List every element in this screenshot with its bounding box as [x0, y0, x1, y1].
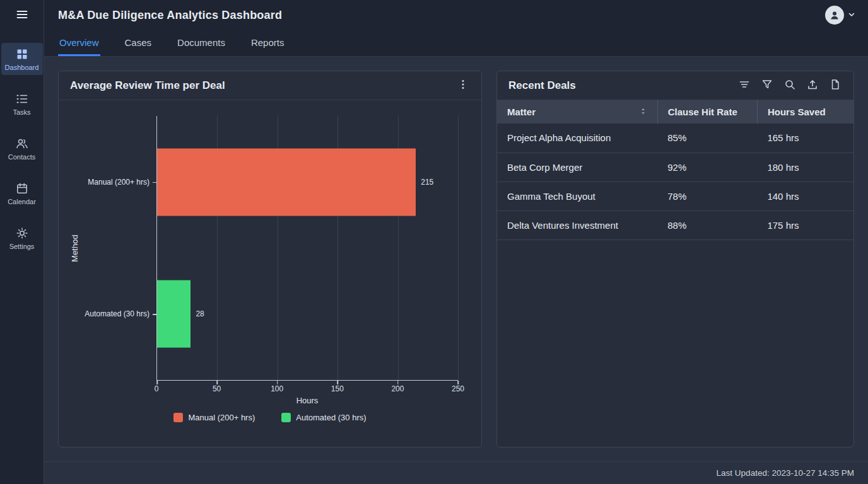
sidebar-item-contacts[interactable]: Contacts — [1, 132, 43, 164]
deals-card: Recent Deals Matter — [496, 71, 854, 447]
kebab-menu-icon — [457, 79, 469, 92]
deals-card-header: Recent Deals — [497, 71, 853, 100]
sidebar: DashboardTasksContactsCalendarSettings — [0, 0, 44, 484]
upload-button[interactable] — [806, 78, 819, 93]
contacts-icon — [16, 137, 28, 150]
export-file-icon — [830, 79, 841, 92]
chart-band: Manual (200+ hrs)215 — [157, 116, 458, 248]
bar-value-label: 28 — [196, 309, 204, 318]
table-cell: 85% — [657, 124, 757, 153]
hamburger-menu-button[interactable] — [0, 0, 44, 30]
table-row[interactable]: Beta Corp Merger92%180 hrs — [497, 153, 853, 182]
sidebar-item-settings[interactable]: Settings — [1, 222, 43, 254]
sidebar-nav: DashboardTasksContactsCalendarSettings — [0, 30, 44, 254]
sidebar-item-label: Calendar — [8, 198, 36, 205]
filter-lines-button[interactable] — [737, 78, 751, 93]
legend-swatch — [281, 413, 291, 422]
legend-swatch — [173, 413, 183, 422]
footer: Last Updated: 2023-10-27 14:35 PM — [44, 461, 868, 484]
column-header-matter[interactable]: Matter — [497, 100, 657, 124]
chart-x-axis-label: Hours — [156, 396, 458, 405]
deals-card-title: Recent Deals — [508, 79, 576, 92]
table-cell: 175 hrs — [757, 210, 853, 239]
funnel-button[interactable] — [760, 78, 774, 93]
category-label: Manual (200+ hrs) — [88, 178, 150, 187]
deals-table: Matter Clause Hit Rate Hours Saved Proje… — [497, 100, 853, 240]
table-cell: Project Alpha Acquisition — [497, 124, 657, 153]
tab-bar: OverviewCasesDocumentsReports — [44, 30, 868, 57]
tab-overview[interactable]: Overview — [58, 30, 100, 56]
chart-legend: Manual (200+ hrs)Automated (30 hrs) — [59, 413, 481, 422]
upload-icon — [807, 79, 818, 92]
chart-plot: Manual (200+ hrs)215Automated (30 hrs)28 — [156, 116, 458, 381]
category-label: Automated (30 hrs) — [85, 309, 150, 318]
tab-documents[interactable]: Documents — [176, 30, 226, 56]
x-tick-label: 100 — [271, 384, 283, 393]
chart-y-axis-label: Method — [70, 234, 79, 262]
column-header-clause-hit-rate: Clause Hit Rate — [657, 100, 757, 124]
table-cell: Gamma Tech Buyout — [497, 182, 657, 210]
x-tick-label: 250 — [452, 384, 464, 393]
chart-band: Automated (30 hrs)28 — [157, 248, 458, 381]
funnel-icon — [761, 79, 773, 92]
tab-reports[interactable]: Reports — [250, 30, 286, 56]
topbar: M&A Due Diligence Analytics Dashboard — [44, 0, 868, 30]
export-file-button[interactable] — [828, 78, 842, 93]
tab-cases[interactable]: Cases — [124, 30, 153, 56]
table-header-row: Matter Clause Hit Rate Hours Saved — [497, 100, 853, 124]
table-cell: 165 hrs — [757, 124, 853, 153]
sidebar-item-label: Tasks — [13, 108, 30, 116]
search-icon — [784, 79, 795, 92]
sidebar-item-label: Contacts — [8, 153, 35, 161]
settings-icon — [16, 227, 28, 239]
legend-item: Automated (30 hrs) — [281, 413, 366, 422]
x-tick-label: 50 — [213, 384, 221, 393]
table-cell: Beta Corp Merger — [497, 153, 657, 182]
user-avatar-icon — [825, 6, 844, 25]
calendar-icon — [16, 182, 28, 195]
gridline — [458, 116, 459, 380]
app-root: DashboardTasksContactsCalendarSettings M… — [0, 0, 868, 484]
column-header-hours-saved: Hours Saved — [757, 100, 853, 124]
filter-lines-icon — [739, 79, 750, 92]
search-button[interactable] — [783, 78, 797, 93]
chart-card: Average Review Time per Deal Method Manu… — [58, 71, 482, 447]
chart-bar — [157, 148, 416, 216]
deals-table-body: Project Alpha Acquisition85%165 hrsBeta … — [497, 124, 853, 239]
chevron-down-icon — [848, 11, 855, 20]
table-cell: 180 hrs — [757, 153, 853, 182]
dashboard-icon — [16, 48, 28, 60]
chart-body: Method Manual (200+ hrs)215Automated (30… — [59, 100, 481, 447]
table-row[interactable]: Delta Ventures Investment88%175 hrs — [497, 210, 853, 239]
user-menu-button[interactable] — [825, 6, 855, 25]
last-updated-text: Last Updated: 2023-10-27 14:35 PM — [717, 468, 854, 478]
main-column: M&A Due Diligence Analytics Dashboard Ov… — [44, 0, 868, 484]
chart-card-header: Average Review Time per Deal — [59, 71, 481, 100]
table-cell: 88% — [657, 210, 757, 239]
legend-label: Manual (200+ hrs) — [188, 413, 255, 422]
tasks-icon — [16, 93, 28, 105]
content-area: Average Review Time per Deal Method Manu… — [44, 57, 868, 461]
y-axis-tick — [153, 182, 156, 183]
chart-menu-button[interactable] — [456, 78, 470, 93]
table-cell: 78% — [657, 182, 757, 210]
x-tick-label: 0 — [155, 384, 159, 393]
sidebar-item-dashboard[interactable]: Dashboard — [1, 43, 43, 75]
legend-item: Manual (200+ hrs) — [173, 413, 255, 422]
table-row[interactable]: Project Alpha Acquisition85%165 hrs — [497, 124, 853, 153]
sidebar-item-label: Dashboard — [5, 64, 39, 71]
sidebar-item-calendar[interactable]: Calendar — [1, 177, 43, 209]
bar-value-label: 215 — [421, 178, 433, 187]
hamburger-icon — [16, 8, 28, 23]
table-cell: Delta Ventures Investment — [497, 210, 657, 239]
x-tick-label: 200 — [391, 384, 404, 393]
sidebar-item-label: Settings — [9, 243, 35, 250]
chart-card-title: Average Review Time per Deal — [70, 79, 225, 92]
legend-label: Automated (30 hrs) — [296, 413, 366, 422]
x-tick-label: 150 — [331, 384, 344, 393]
sidebar-item-tasks[interactable]: Tasks — [1, 88, 43, 120]
table-row[interactable]: Gamma Tech Buyout78%140 hrs — [497, 182, 853, 210]
table-cell: 92% — [657, 153, 757, 182]
page-title: M&A Due Diligence Analytics Dashboard — [58, 9, 282, 22]
table-cell: 140 hrs — [757, 182, 853, 210]
